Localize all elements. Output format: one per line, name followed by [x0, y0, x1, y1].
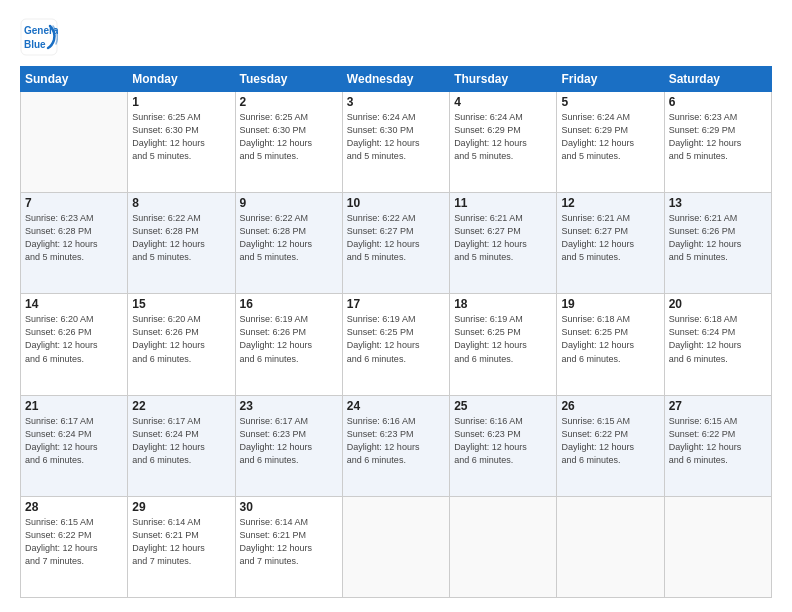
weekday-row: SundayMondayTuesdayWednesdayThursdayFrid…	[21, 67, 772, 92]
calendar-cell: 12Sunrise: 6:21 AM Sunset: 6:27 PM Dayli…	[557, 193, 664, 294]
day-number: 25	[454, 399, 552, 413]
day-info: Sunrise: 6:14 AM Sunset: 6:21 PM Dayligh…	[132, 516, 230, 568]
weekday-header-tuesday: Tuesday	[235, 67, 342, 92]
day-info: Sunrise: 6:15 AM Sunset: 6:22 PM Dayligh…	[25, 516, 123, 568]
calendar-cell: 4Sunrise: 6:24 AM Sunset: 6:29 PM Daylig…	[450, 92, 557, 193]
calendar-cell: 19Sunrise: 6:18 AM Sunset: 6:25 PM Dayli…	[557, 294, 664, 395]
day-info: Sunrise: 6:25 AM Sunset: 6:30 PM Dayligh…	[240, 111, 338, 163]
day-info: Sunrise: 6:19 AM Sunset: 6:25 PM Dayligh…	[454, 313, 552, 365]
day-number: 13	[669, 196, 767, 210]
weekday-header-sunday: Sunday	[21, 67, 128, 92]
day-number: 26	[561, 399, 659, 413]
day-info: Sunrise: 6:24 AM Sunset: 6:30 PM Dayligh…	[347, 111, 445, 163]
day-number: 12	[561, 196, 659, 210]
day-info: Sunrise: 6:20 AM Sunset: 6:26 PM Dayligh…	[132, 313, 230, 365]
weekday-header-monday: Monday	[128, 67, 235, 92]
calendar-cell	[342, 496, 449, 597]
calendar-cell: 6Sunrise: 6:23 AM Sunset: 6:29 PM Daylig…	[664, 92, 771, 193]
day-number: 15	[132, 297, 230, 311]
day-number: 19	[561, 297, 659, 311]
calendar-cell: 28Sunrise: 6:15 AM Sunset: 6:22 PM Dayli…	[21, 496, 128, 597]
calendar-cell: 29Sunrise: 6:14 AM Sunset: 6:21 PM Dayli…	[128, 496, 235, 597]
calendar-cell: 22Sunrise: 6:17 AM Sunset: 6:24 PM Dayli…	[128, 395, 235, 496]
day-number: 6	[669, 95, 767, 109]
calendar-cell: 20Sunrise: 6:18 AM Sunset: 6:24 PM Dayli…	[664, 294, 771, 395]
day-number: 29	[132, 500, 230, 514]
day-number: 24	[347, 399, 445, 413]
day-info: Sunrise: 6:17 AM Sunset: 6:23 PM Dayligh…	[240, 415, 338, 467]
svg-text:Blue: Blue	[24, 39, 46, 50]
calendar-cell: 10Sunrise: 6:22 AM Sunset: 6:27 PM Dayli…	[342, 193, 449, 294]
day-number: 5	[561, 95, 659, 109]
calendar-header: SundayMondayTuesdayWednesdayThursdayFrid…	[21, 67, 772, 92]
calendar-body: 1Sunrise: 6:25 AM Sunset: 6:30 PM Daylig…	[21, 92, 772, 598]
logo: General Blue	[20, 18, 58, 56]
calendar-cell	[664, 496, 771, 597]
day-number: 8	[132, 196, 230, 210]
calendar-cell: 7Sunrise: 6:23 AM Sunset: 6:28 PM Daylig…	[21, 193, 128, 294]
day-number: 10	[347, 196, 445, 210]
day-info: Sunrise: 6:19 AM Sunset: 6:26 PM Dayligh…	[240, 313, 338, 365]
day-info: Sunrise: 6:22 AM Sunset: 6:28 PM Dayligh…	[132, 212, 230, 264]
calendar-cell: 25Sunrise: 6:16 AM Sunset: 6:23 PM Dayli…	[450, 395, 557, 496]
day-number: 27	[669, 399, 767, 413]
calendar-cell: 16Sunrise: 6:19 AM Sunset: 6:26 PM Dayli…	[235, 294, 342, 395]
day-number: 1	[132, 95, 230, 109]
weekday-header-thursday: Thursday	[450, 67, 557, 92]
calendar-week-3: 14Sunrise: 6:20 AM Sunset: 6:26 PM Dayli…	[21, 294, 772, 395]
day-info: Sunrise: 6:21 AM Sunset: 6:27 PM Dayligh…	[561, 212, 659, 264]
day-number: 4	[454, 95, 552, 109]
calendar-week-2: 7Sunrise: 6:23 AM Sunset: 6:28 PM Daylig…	[21, 193, 772, 294]
day-info: Sunrise: 6:18 AM Sunset: 6:24 PM Dayligh…	[669, 313, 767, 365]
day-number: 20	[669, 297, 767, 311]
calendar-cell: 1Sunrise: 6:25 AM Sunset: 6:30 PM Daylig…	[128, 92, 235, 193]
calendar-cell: 15Sunrise: 6:20 AM Sunset: 6:26 PM Dayli…	[128, 294, 235, 395]
calendar-cell: 24Sunrise: 6:16 AM Sunset: 6:23 PM Dayli…	[342, 395, 449, 496]
calendar-week-1: 1Sunrise: 6:25 AM Sunset: 6:30 PM Daylig…	[21, 92, 772, 193]
day-number: 17	[347, 297, 445, 311]
day-info: Sunrise: 6:23 AM Sunset: 6:29 PM Dayligh…	[669, 111, 767, 163]
day-info: Sunrise: 6:19 AM Sunset: 6:25 PM Dayligh…	[347, 313, 445, 365]
header: General Blue	[20, 18, 772, 56]
day-info: Sunrise: 6:15 AM Sunset: 6:22 PM Dayligh…	[669, 415, 767, 467]
day-number: 22	[132, 399, 230, 413]
calendar-cell: 2Sunrise: 6:25 AM Sunset: 6:30 PM Daylig…	[235, 92, 342, 193]
day-info: Sunrise: 6:14 AM Sunset: 6:21 PM Dayligh…	[240, 516, 338, 568]
day-info: Sunrise: 6:21 AM Sunset: 6:26 PM Dayligh…	[669, 212, 767, 264]
day-info: Sunrise: 6:24 AM Sunset: 6:29 PM Dayligh…	[561, 111, 659, 163]
calendar-table: SundayMondayTuesdayWednesdayThursdayFrid…	[20, 66, 772, 598]
day-number: 2	[240, 95, 338, 109]
day-info: Sunrise: 6:22 AM Sunset: 6:27 PM Dayligh…	[347, 212, 445, 264]
day-info: Sunrise: 6:20 AM Sunset: 6:26 PM Dayligh…	[25, 313, 123, 365]
day-info: Sunrise: 6:17 AM Sunset: 6:24 PM Dayligh…	[132, 415, 230, 467]
day-info: Sunrise: 6:15 AM Sunset: 6:22 PM Dayligh…	[561, 415, 659, 467]
day-number: 21	[25, 399, 123, 413]
day-number: 28	[25, 500, 123, 514]
day-info: Sunrise: 6:17 AM Sunset: 6:24 PM Dayligh…	[25, 415, 123, 467]
day-info: Sunrise: 6:22 AM Sunset: 6:28 PM Dayligh…	[240, 212, 338, 264]
calendar-cell: 14Sunrise: 6:20 AM Sunset: 6:26 PM Dayli…	[21, 294, 128, 395]
day-info: Sunrise: 6:21 AM Sunset: 6:27 PM Dayligh…	[454, 212, 552, 264]
day-info: Sunrise: 6:16 AM Sunset: 6:23 PM Dayligh…	[347, 415, 445, 467]
calendar-cell: 23Sunrise: 6:17 AM Sunset: 6:23 PM Dayli…	[235, 395, 342, 496]
calendar-cell: 8Sunrise: 6:22 AM Sunset: 6:28 PM Daylig…	[128, 193, 235, 294]
logo-graphic: General Blue	[20, 18, 58, 56]
day-number: 16	[240, 297, 338, 311]
day-number: 7	[25, 196, 123, 210]
calendar-cell: 3Sunrise: 6:24 AM Sunset: 6:30 PM Daylig…	[342, 92, 449, 193]
day-number: 14	[25, 297, 123, 311]
day-number: 11	[454, 196, 552, 210]
day-info: Sunrise: 6:16 AM Sunset: 6:23 PM Dayligh…	[454, 415, 552, 467]
logo-svg: General Blue	[20, 18, 58, 56]
calendar-cell: 30Sunrise: 6:14 AM Sunset: 6:21 PM Dayli…	[235, 496, 342, 597]
day-number: 3	[347, 95, 445, 109]
calendar-cell: 27Sunrise: 6:15 AM Sunset: 6:22 PM Dayli…	[664, 395, 771, 496]
calendar-cell	[557, 496, 664, 597]
calendar-cell: 11Sunrise: 6:21 AM Sunset: 6:27 PM Dayli…	[450, 193, 557, 294]
weekday-header-saturday: Saturday	[664, 67, 771, 92]
calendar-cell: 26Sunrise: 6:15 AM Sunset: 6:22 PM Dayli…	[557, 395, 664, 496]
day-info: Sunrise: 6:18 AM Sunset: 6:25 PM Dayligh…	[561, 313, 659, 365]
day-info: Sunrise: 6:25 AM Sunset: 6:30 PM Dayligh…	[132, 111, 230, 163]
calendar-cell: 5Sunrise: 6:24 AM Sunset: 6:29 PM Daylig…	[557, 92, 664, 193]
page: General Blue SundayMondayTuesdayWednesda…	[0, 0, 792, 612]
